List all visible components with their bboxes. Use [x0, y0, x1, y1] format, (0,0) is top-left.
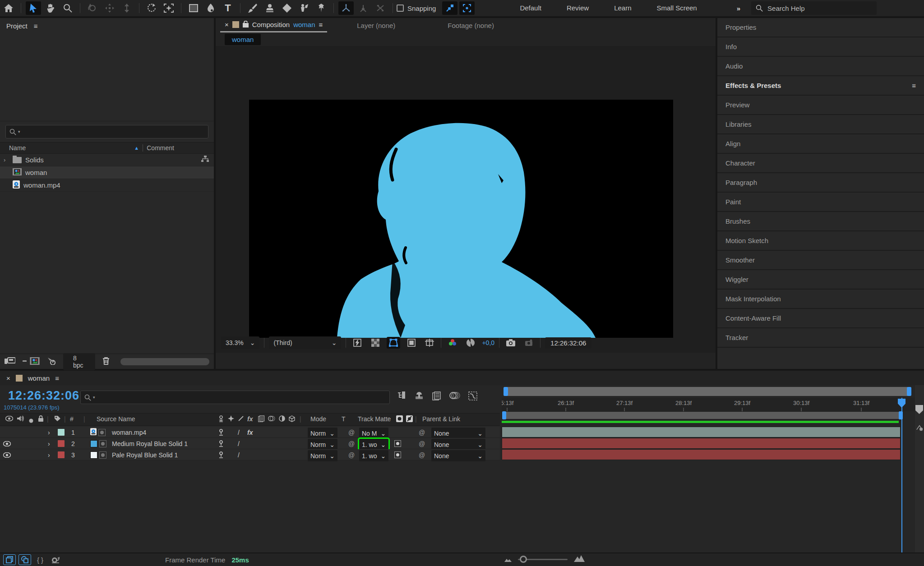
workspace-tab-learn[interactable]: Learn	[601, 0, 644, 17]
project-item-woman-mp4[interactable]: woman.mp4	[0, 179, 214, 192]
blend-mode-dropdown[interactable]: Norm⌄	[308, 428, 337, 439]
expand-chevron-icon[interactable]: ›	[48, 427, 50, 438]
zoom-out-mountain-icon[interactable]	[504, 556, 512, 563]
workspace-overflow-icon[interactable]: »	[737, 5, 739, 12]
track-matte-dropdown[interactable]: 1. wo⌄	[359, 450, 388, 461]
workspace-tab-review[interactable]: Review	[554, 0, 601, 17]
timeline-zoom-slider[interactable]	[518, 559, 568, 560]
matte-alpha-toggle[interactable]	[394, 451, 401, 458]
matte-alpha-toggle[interactable]	[394, 440, 401, 447]
workspace-tab-default[interactable]: Default	[507, 0, 554, 17]
quality-toggle[interactable]: /	[238, 427, 240, 438]
view-axis-mode[interactable]	[373, 1, 388, 15]
shy-column-icon[interactable]	[218, 415, 224, 423]
timeline-horizontal-scrollbar[interactable]	[504, 387, 911, 396]
rotation-tool[interactable]	[144, 1, 159, 15]
sort-ascending-icon[interactable]: ▲	[134, 145, 139, 151]
tab-composition[interactable]: × Composition woman ≡	[220, 18, 327, 32]
panel-tab-audio[interactable]: Audio	[717, 57, 924, 76]
motion-blur-icon[interactable]	[449, 391, 460, 402]
new-composition-icon[interactable]	[30, 357, 40, 366]
timeline-tab-label[interactable]: woman	[28, 374, 50, 382]
matte-pickwhip-icon[interactable]: @	[348, 427, 355, 438]
project-item-woman[interactable]: woman	[0, 166, 214, 179]
shape-tool[interactable]	[186, 1, 201, 15]
parent-dropdown[interactable]: None⌄	[431, 439, 485, 450]
toggle-mask-paths-icon[interactable]	[387, 337, 400, 349]
panel-tab-properties[interactable]: Properties	[717, 18, 924, 37]
matte-pickwhip-icon[interactable]: @	[348, 449, 355, 460]
snap-along-edges-icon[interactable]	[442, 1, 457, 15]
layer-row-medium-royal-blue[interactable]: › 2 Medium Royal Blue Solid 1 / Norm⌄ @ …	[0, 438, 500, 449]
exposure-value[interactable]: +0,0	[482, 339, 494, 346]
shy-toggle[interactable]	[218, 438, 224, 449]
show-channel-icon[interactable]	[446, 337, 459, 349]
expand-chevron-icon[interactable]: ›	[4, 156, 9, 163]
layer-name[interactable]: woman.mp4	[112, 427, 146, 438]
parent-pickwhip-icon[interactable]: @	[419, 438, 425, 449]
panel-tab-preview[interactable]: Preview	[717, 96, 924, 115]
expand-collapse-panes-icon[interactable]: { }	[34, 555, 46, 565]
panel-tab-character[interactable]: Character	[717, 154, 924, 173]
tab-footage[interactable]: Footage (none)	[443, 18, 499, 32]
slow-preview-snail-icon[interactable]	[50, 555, 61, 565]
take-snapshot-icon[interactable]	[504, 337, 517, 349]
parent-pickwhip-icon[interactable]: @	[419, 449, 425, 460]
local-axis-mode[interactable]	[338, 1, 354, 15]
panel-tab-wiggler[interactable]: Wiggler	[717, 270, 924, 290]
composition-mini-flowchart-icon[interactable]	[397, 391, 406, 402]
solo-column-icon[interactable]	[29, 417, 33, 424]
layer-row-woman-mp4[interactable]: › 1 woman.mp4 / fx Norm⌄ @ No M⌄ @ None⌄	[0, 427, 500, 438]
layer-label-color[interactable]	[58, 429, 65, 436]
draft-3d-icon[interactable]	[414, 391, 424, 402]
track-matte-dropdown-highlighted[interactable]: 1. wo⌄	[359, 439, 388, 450]
panel-tab-align[interactable]: Align	[717, 134, 924, 154]
pan-camera-tool[interactable]	[102, 1, 117, 15]
shy-toggle[interactable]	[218, 449, 224, 460]
layer-bar-pale-royal-blue[interactable]	[502, 449, 901, 460]
workspace-tab-small-screen[interactable]: Small Screen	[644, 0, 710, 17]
orbit-camera-tool[interactable]	[85, 1, 100, 15]
snapping-checkbox[interactable]	[397, 5, 404, 12]
region-of-interest-icon[interactable]	[405, 337, 418, 349]
blend-mode-dropdown[interactable]: Norm⌄	[308, 439, 337, 450]
fast-previews-icon[interactable]	[351, 337, 364, 349]
lock-icon[interactable]	[243, 21, 249, 29]
help-search-input[interactable]: Search Help	[751, 1, 877, 15]
composition-canvas[interactable]	[249, 100, 673, 338]
frame-blend-column-icon[interactable]	[258, 415, 265, 423]
preserve-transparency-column-icon[interactable]	[406, 415, 413, 423]
panel-menu-icon[interactable]: ≡	[34, 22, 38, 30]
threed-layer-column-icon[interactable]	[289, 415, 295, 423]
cache-indicator-icon[interactable]	[19, 555, 31, 565]
expand-chevron-icon[interactable]: ›	[48, 449, 50, 460]
eraser-tool[interactable]	[279, 1, 295, 15]
layer-name[interactable]: Medium Royal Blue Solid 1	[112, 438, 188, 449]
label-column-icon[interactable]	[54, 415, 61, 423]
flowchart-icon[interactable]	[201, 156, 209, 164]
adjustment-layer-column-icon[interactable]	[279, 415, 285, 423]
home-icon[interactable]	[1, 1, 16, 15]
pen-tool[interactable]	[203, 1, 218, 15]
scrollbar-right-cap[interactable]	[907, 387, 911, 396]
panel-tab-effects-presets[interactable]: Effects & Presets ≡	[717, 76, 924, 96]
panel-tab-smoother[interactable]: Smoother	[717, 251, 924, 270]
quality-column-icon[interactable]	[238, 415, 244, 423]
effects-column-icon[interactable]: fx	[247, 415, 253, 423]
video-eye-toggle[interactable]	[2, 438, 12, 449]
panel-menu-icon[interactable]: ≡	[55, 374, 59, 382]
layer-bar-woman-mp4[interactable]	[502, 427, 901, 437]
panel-tab-content-aware-fill[interactable]: Content-Aware Fill	[717, 309, 924, 328]
column-source-name[interactable]: Source Name	[97, 415, 135, 423]
column-t[interactable]: T	[342, 415, 346, 423]
choose-grid-guides-icon[interactable]	[423, 337, 436, 349]
project-search-input[interactable]: ▾	[5, 125, 208, 138]
comp-marker-icon[interactable]	[915, 405, 923, 415]
work-area-bar[interactable]	[502, 411, 903, 419]
expand-chevron-icon[interactable]: ›	[48, 438, 50, 449]
project-settings-icon[interactable]	[47, 357, 56, 366]
tab-layer[interactable]: Layer (none)	[352, 18, 400, 32]
magnification-dropdown[interactable]: 33.3% ⌄	[221, 336, 259, 349]
transparency-grid-icon[interactable]	[369, 337, 382, 349]
track-matte-dropdown[interactable]: No M⌄	[359, 428, 388, 439]
